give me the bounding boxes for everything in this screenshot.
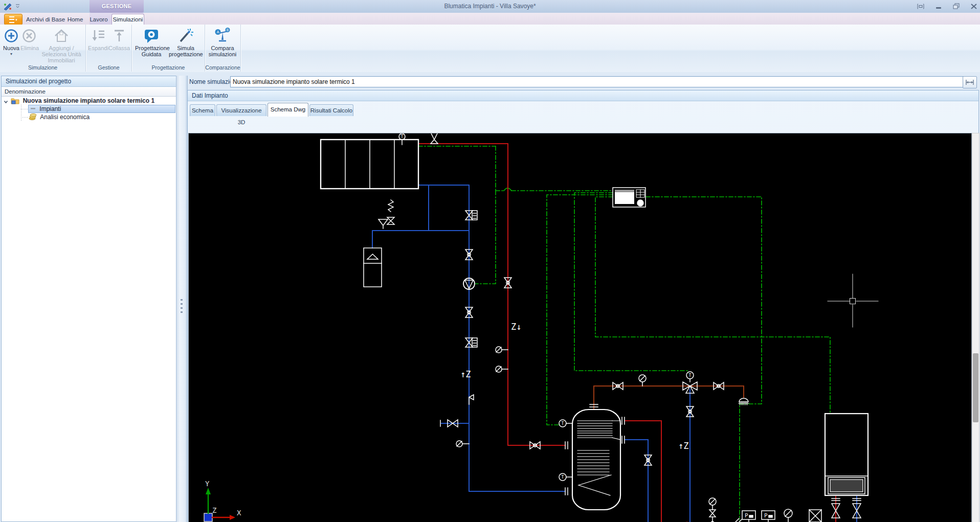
svg-text:Y: Y — [205, 480, 210, 488]
pipe-union — [565, 442, 568, 449]
elimina-button[interactable]: Elimina — [20, 27, 38, 51]
project-simulations-panel: Simulazioni del progetto Denominazione N… — [1, 76, 177, 522]
air-vent-valve — [431, 133, 438, 144]
svg-text:P: P — [745, 512, 748, 519]
svg-text:B: B — [227, 28, 229, 32]
svg-text:Z↓: Z↓ — [511, 322, 521, 332]
quick-access-dropdown-icon[interactable] — [15, 4, 20, 8]
chevron-down-icon[interactable] — [4, 100, 8, 104]
simula-progettazione-label: Simula progettazione — [169, 45, 203, 57]
collassa-label: Collassa — [108, 45, 130, 51]
cold-pipes — [372, 185, 857, 522]
aggiungi-seleziona-button[interactable]: Aggiungi / Seleziona Unità Immobiliari — [39, 27, 84, 63]
sensor-texts: T T T T — [400, 134, 692, 480]
tab-schema[interactable]: Schema — [190, 104, 215, 116]
ribbon-group-simulazione: Nuova ▾ Elimina Aggiungi / Seleziona Uni… — [0, 25, 86, 72]
svg-text:T: T — [561, 421, 564, 426]
fit-width-button[interactable] — [963, 76, 977, 88]
coins-icon — [29, 114, 37, 120]
contextual-tab-group: GESTIONE LAVORO — [90, 0, 144, 13]
close-icon[interactable] — [971, 4, 977, 9]
storage-tank — [572, 404, 625, 510]
tab-simulazioni[interactable]: Simulazioni — [112, 14, 144, 26]
app-logo-icon — [3, 2, 12, 11]
simulation-name-input[interactable] — [230, 76, 964, 87]
drain-cock — [496, 366, 508, 372]
expand-icon — [91, 28, 106, 43]
espandi-button[interactable]: Espandi — [88, 27, 108, 51]
vertical-scrollbar-thumb[interactable] — [973, 353, 978, 422]
sidebar-panel-title: Simulazioni del progetto — [2, 76, 176, 87]
eye-bubble-icon — [143, 28, 160, 44]
svg-text:T: T — [400, 134, 404, 139]
house-icon — [53, 28, 70, 44]
filter-box — [809, 510, 821, 522]
splitter-grip-icon — [181, 299, 183, 314]
tab-visualizzazione-3d[interactable]: Visualizzazione 3D — [216, 104, 266, 116]
application-menu-button[interactable]: ▾ — [4, 14, 23, 25]
pressure-gauge — [639, 375, 646, 386]
collapse-icon — [112, 28, 127, 43]
tree-item-impianti[interactable]: Impianti — [2, 105, 176, 113]
dati-impianto-title: Dati Impianto — [188, 90, 978, 101]
pipe-union — [565, 488, 568, 495]
pressure-gauge — [784, 509, 792, 522]
group-label-gestione: Gestione — [86, 64, 131, 71]
pump-unit-texts: P P — [745, 512, 768, 519]
schematic-linework — [321, 133, 868, 522]
pipe-break-symbol — [731, 518, 742, 522]
pump-unit — [762, 511, 775, 522]
ribbon-tab-row: ▾ Archivi di Base Home Lavoro Simulazion… — [0, 13, 980, 25]
tab-archivi-di-base[interactable]: Archivi di Base — [25, 14, 66, 25]
progettazione-guidata-button[interactable]: Progettazione Guidata — [135, 27, 168, 57]
flow-meter — [465, 338, 477, 347]
fullscreen-icon[interactable] — [917, 4, 924, 9]
nuova-button[interactable]: Nuova ▾ — [2, 27, 20, 57]
dhw-pipes — [594, 386, 744, 410]
tab-home[interactable]: Home — [65, 14, 85, 25]
tree-root-row[interactable]: Nuova simulazione impianto solare termic… — [2, 97, 176, 105]
ribbon-group-progettazione: Progettazione Guidata Simula progettazio… — [132, 25, 205, 72]
drain-cock — [456, 441, 469, 447]
group-label-simulazione: Simulazione — [0, 64, 85, 71]
progettazione-guidata-label: Progettazione Guidata — [135, 45, 168, 57]
nuova-label: Nuova — [2, 45, 20, 51]
tab-schema-dwg[interactable]: Schema Dwg — [268, 103, 308, 117]
new-plus-icon — [4, 28, 19, 43]
safety-relief-group — [709, 498, 716, 522]
compara-simulazioni-button[interactable]: A B Compara simulazioni — [207, 27, 238, 57]
restore-icon[interactable] — [953, 3, 960, 9]
svg-text:↑Z: ↑Z — [460, 369, 471, 379]
app-menu-list-icon — [9, 16, 14, 23]
panel-splitter[interactable] — [176, 76, 188, 522]
minimize-icon[interactable] — [936, 4, 942, 9]
tree-column-header[interactable]: Denominazione — [2, 87, 176, 97]
tab-lavoro[interactable]: Lavoro — [87, 14, 110, 25]
tree-item-label: Impianti — [39, 105, 61, 112]
flow-meter — [465, 211, 477, 220]
tree-connector — [21, 109, 28, 109]
canvas-vertical-scrollbar[interactable] — [972, 133, 979, 522]
solar-system-schematic: ↑Z Z↓ ↑Z T T T T P P — [189, 133, 971, 522]
simulation-tree: Nuova simulazione impianto solare termic… — [2, 97, 176, 121]
measure-width-icon — [965, 79, 974, 85]
svg-text:T: T — [688, 373, 692, 378]
pump-unit — [742, 511, 755, 522]
thermometer — [469, 395, 474, 404]
simulation-name-row: Nome simulazione — [187, 76, 979, 88]
tree-root-label: Nuova simulazione impianto solare termic… — [23, 97, 154, 104]
solar-collector-array — [321, 140, 418, 189]
tab-risultati-calcolo[interactable]: Risultati Calcolo — [309, 104, 353, 116]
aggiungi-label: Aggiungi / Seleziona Unità Immobiliari — [39, 45, 84, 63]
crosshair-cursor — [828, 274, 878, 327]
delete-x-icon — [21, 28, 37, 43]
collassa-button[interactable]: Collassa — [108, 27, 130, 51]
dwg-canvas[interactable]: ↑Z Z↓ ↑Z T T T T P P — [188, 133, 972, 522]
simula-progettazione-button[interactable]: Simula progettazione — [169, 27, 203, 57]
nuova-dropdown-caret[interactable]: ▾ — [2, 51, 20, 57]
tree-item-analisi-economica[interactable]: Analisi economica — [2, 113, 176, 121]
impianti-icon — [30, 105, 36, 111]
main-area: Nome simulazione Dati Impianto Schema Vi… — [187, 74, 979, 522]
compare-scale-icon: A B — [214, 28, 231, 44]
ribbon-group-comparazione: A B Compara simulazioni Comparazione — [205, 25, 241, 72]
